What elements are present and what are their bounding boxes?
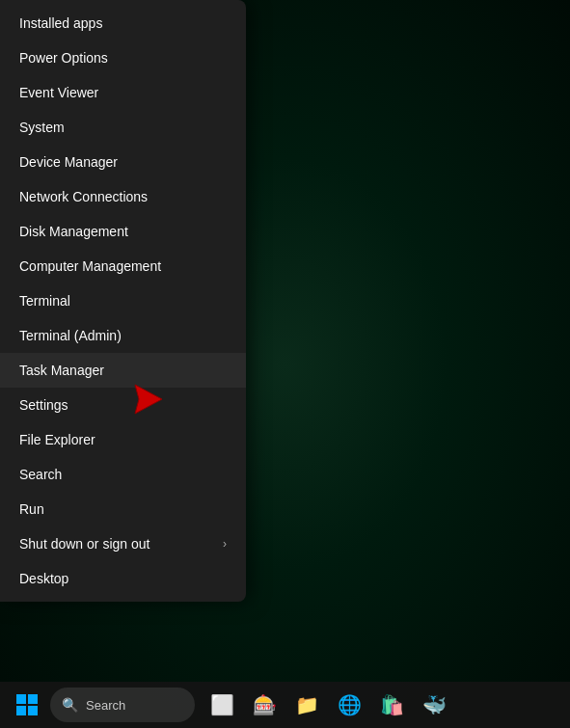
search-icon: 🔍 — [62, 697, 78, 713]
menu-item-disk-management[interactable]: Disk Management — [0, 214, 246, 249]
menu-item-system[interactable]: System — [0, 110, 246, 145]
taskbar-icon-widgets[interactable]: 🎰 — [245, 686, 284, 724]
menu-item-label: Installed apps — [19, 15, 102, 31]
taskbar-icon-edge[interactable]: 🌐 — [330, 686, 368, 724]
menu-item-label: Desktop — [19, 571, 68, 586]
menu-item-event-viewer[interactable]: Event Viewer — [0, 75, 246, 110]
menu-item-label: Terminal — [19, 293, 70, 309]
store-icon: 🛍️ — [380, 693, 404, 716]
start-button[interactable] — [8, 686, 46, 724]
menu-item-label: Search — [19, 467, 62, 482]
taskbar-search-bar[interactable]: 🔍 Search — [50, 688, 195, 722]
menu-item-label: File Explorer — [19, 432, 95, 447]
menu-item-file-explorer[interactable]: File Explorer — [0, 422, 246, 457]
task-view-icon: ⬜ — [210, 693, 234, 716]
menu-item-label: System — [19, 120, 65, 135]
svg-rect-2 — [28, 694, 38, 704]
menu-item-run[interactable]: Run — [0, 492, 246, 526]
file-explorer-icon: 📁 — [295, 693, 319, 716]
taskbar-icon-file-explorer[interactable]: 📁 — [287, 686, 326, 724]
menu-item-network-connections[interactable]: Network Connections — [0, 179, 246, 214]
submenu-arrow-icon: › — [223, 537, 227, 551]
menu-item-label: Computer Management — [19, 258, 161, 274]
menu-item-task-manager[interactable]: Task Manager — [0, 353, 246, 388]
svg-rect-3 — [16, 706, 26, 715]
menu-item-label: Device Manager — [19, 154, 118, 170]
edge-icon: 🌐 — [338, 693, 362, 716]
taskbar: 🔍 Search ⬜ 🎰 📁 🌐 🛍️ 🐳 — [0, 682, 570, 728]
menu-item-desktop[interactable]: Desktop — [0, 561, 246, 596]
menu-item-label: Network Connections — [19, 189, 148, 204]
menu-item-label: Disk Management — [19, 224, 128, 239]
svg-rect-1 — [16, 694, 26, 704]
menu-item-label: Task Manager — [19, 363, 104, 378]
taskbar-icons-group: ⬜ 🎰 📁 🌐 🛍️ 🐳 — [203, 686, 453, 724]
taskbar-icon-store[interactable]: 🛍️ — [372, 686, 411, 724]
menu-item-label: Power Options — [19, 50, 108, 66]
menu-item-search[interactable]: Search — [0, 457, 246, 492]
menu-item-label: Terminal (Admin) — [19, 328, 122, 343]
menu-item-installed-apps[interactable]: Installed apps — [0, 6, 246, 40]
taskbar-icon-task-view[interactable]: ⬜ — [203, 686, 241, 724]
menu-item-terminal[interactable]: Terminal — [0, 283, 246, 318]
menu-item-label: Settings — [19, 397, 68, 413]
taskbar-icon-terminal[interactable]: 🐳 — [415, 686, 453, 724]
terminal-icon: 🐳 — [422, 693, 447, 716]
menu-item-device-manager[interactable]: Device Manager — [0, 145, 246, 179]
menu-item-shutdown[interactable]: Shut down or sign out › — [0, 526, 246, 561]
search-label: Search — [86, 698, 125, 713]
widgets-icon: 🎰 — [253, 693, 277, 716]
menu-item-label: Shut down or sign out — [19, 536, 149, 552]
menu-item-terminal-admin[interactable]: Terminal (Admin) — [0, 318, 246, 353]
menu-item-label: Event Viewer — [19, 85, 98, 100]
menu-item-power-options[interactable]: Power Options — [0, 40, 246, 75]
menu-item-settings[interactable]: Settings — [0, 388, 246, 422]
context-menu: Installed apps Power Options Event Viewe… — [0, 0, 246, 602]
menu-item-label: Run — [19, 501, 44, 517]
svg-rect-4 — [28, 706, 38, 715]
menu-item-computer-management[interactable]: Computer Management — [0, 249, 246, 283]
